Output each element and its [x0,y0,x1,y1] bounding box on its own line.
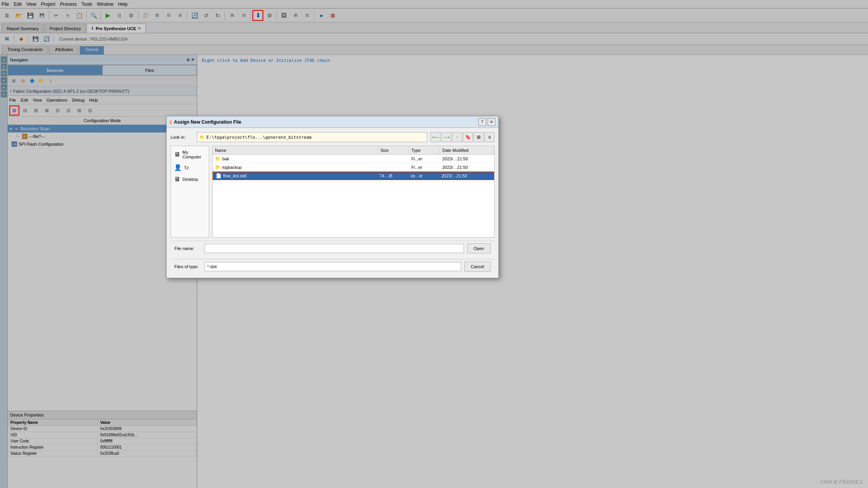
dialog-overlay: ℹ Assign New Configuration File ? ✕ Look… [0,0,868,488]
lookin-label: Look in: [171,135,194,139]
nav-up-button[interactable]: ↑ [452,132,462,142]
filetype-input[interactable] [205,262,461,271]
dialog-footer-filename: File name: Open [171,241,495,256]
file-logbackup-date: 2023/…21:50 [440,163,494,171]
nav-back-button[interactable]: ⟵ [430,132,440,142]
sbit-file-icon: 📄 [216,173,222,179]
shortcut-my-computer[interactable]: 🖥 My Computer [172,148,207,162]
shortcut-desktop-label: Desktop [182,177,198,182]
dialog-footer-filetype: Files of type: Cancel [171,259,495,274]
dialog-close-button[interactable]: ✕ [488,118,495,126]
file-row-flow-led-sbit[interactable]: 📄 flow_led.sbit 74…iB sb…le 2023/…21:50 [213,172,494,180]
file-sbit-size: 74…iB [377,172,408,179]
filename-label: File name: [174,246,201,251]
file-logbackup-name: 📁 logbackup [213,163,378,171]
file-list-header: Name Size Type Date Modified [213,146,494,155]
my-computer-icon: 🖥 [174,151,180,158]
file-bak-type: Fi...er [409,155,440,163]
shortcut-tz-label: Tz [184,165,189,170]
lookin-row: Look in: 📁 E:\fpga\project\flo...\genera… [171,132,495,143]
file-bak-size [378,155,409,163]
nav-forward-button[interactable]: ⟶ [441,132,451,142]
file-logbackup-type: Fi...er [409,163,440,171]
bak-folder-icon: 📁 [215,156,221,162]
shortcut-tz[interactable]: 👤 Tz [172,162,207,173]
lookin-path-combo[interactable]: 📁 E:\fpga\project\flo...\generate_bitstr… [197,132,427,142]
lookin-nav-buttons: ⟵ ⟶ ↑ 🔖 ⊞ ≡ [430,132,495,142]
file-shortcuts-panel: 🖥 My Computer 👤 Tz 🖥 Desktop [171,146,209,238]
desktop-icon: 🖥 [174,176,180,183]
file-sbit-date: 2023/…21:50 [439,172,493,179]
open-button[interactable]: Open [467,243,491,253]
col-name[interactable]: Name [213,146,378,154]
dialog-titlebar: ℹ Assign New Configuration File ? ✕ [167,116,498,128]
file-logbackup-size [378,163,409,171]
file-browser: 🖥 My Computer 👤 Tz 🖥 Desktop Na [171,146,495,238]
file-row-bak[interactable]: 📁 bak Fi...er 2023/…21:50 [213,155,494,163]
nav-view-icons-button[interactable]: ⊞ [474,132,484,142]
dialog-body: Look in: 📁 E:\fpga\project\flo...\genera… [167,128,498,278]
dialog-title-text: Assign New Configuration File [174,119,478,125]
tz-icon: 👤 [174,164,182,171]
file-bak-name: 📁 bak [213,155,378,163]
file-bak-date: 2023/…21:50 [440,155,494,163]
lookin-path-text: E:\fpga\project\flo...\generate_bitstrea… [206,135,312,140]
dialog-help-button[interactable]: ? [478,118,486,126]
file-list-panel: Name Size Type Date Modified 📁 bak Fi...… [212,146,495,238]
dialog-title-buttons: ? ✕ [478,118,495,126]
cancel-button[interactable]: Cancel [464,262,491,272]
nav-bookmark-button[interactable]: 🔖 [463,132,473,142]
col-type[interactable]: Type [409,146,440,154]
dialog-title-icon: ℹ [170,119,172,125]
lookin-folder-icon: 📁 [200,135,205,140]
file-sbit-name: 📄 flow_led.sbit [213,172,377,179]
shortcut-my-computer-label: My Computer [182,150,206,159]
file-sbit-type: sb…le [408,172,439,179]
filename-input[interactable] [205,244,464,253]
filetype-label: Files of type: [174,264,201,269]
logbackup-folder-icon: 📁 [215,165,221,170]
col-size[interactable]: Size [378,146,409,154]
col-date[interactable]: Date Modified [440,146,494,154]
nav-view-list-button[interactable]: ≡ [484,132,495,142]
file-row-logbackup[interactable]: 📁 logbackup Fi...er 2023/…21:50 [213,163,494,172]
shortcut-desktop[interactable]: 🖥 Desktop [172,173,207,185]
assign-config-dialog: ℹ Assign New Configuration File ? ✕ Look… [166,116,499,278]
